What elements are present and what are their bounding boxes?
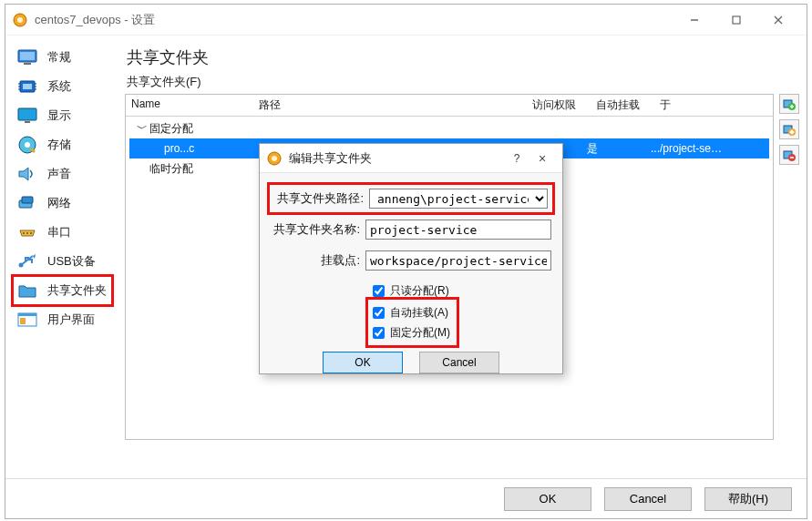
sidebar-item-display[interactable]: 显示	[13, 101, 112, 130]
sidebar-item-network[interactable]: 网络	[13, 189, 112, 218]
svg-marker-22	[19, 168, 28, 180]
sidebar-item-label: 声音	[47, 166, 71, 182]
fixed-label: 固定分配(M)	[390, 325, 450, 341]
add-share-button[interactable]	[779, 94, 799, 114]
name-input[interactable]	[365, 220, 551, 240]
window-title: centos7_devops - 设置	[35, 12, 673, 28]
sidebar-item-label: 网络	[47, 195, 71, 211]
sidebar-item-label: 显示	[47, 107, 71, 124]
chevron-down-icon: ﹀	[137, 121, 149, 137]
sidebar-item-label: 系统	[47, 78, 71, 95]
dialog-cancel-button[interactable]: Cancel	[419, 352, 499, 373]
sidebar-item-storage[interactable]: 存储	[13, 130, 112, 159]
group-label: 临时分配	[149, 161, 277, 177]
sidebar-item-label: 共享文件夹	[47, 282, 107, 299]
readonly-checkbox[interactable]	[373, 285, 385, 297]
table-header: Name 路径 访问权限 自动挂载 于	[126, 95, 773, 117]
network-icon	[16, 192, 38, 214]
display-icon	[16, 105, 38, 127]
title-bar: centos7_devops - 设置	[5, 5, 807, 36]
path-select[interactable]: anneng\project-service	[369, 189, 548, 209]
folder-icon	[16, 280, 38, 301]
cell-auto: 是	[587, 141, 651, 157]
dialog-help-button[interactable]: ?	[504, 152, 529, 165]
dialog-title-bar: 编辑共享文件夹 ? ×	[260, 144, 562, 173]
sidebar-item-usb[interactable]: USB设备	[13, 247, 112, 276]
svg-rect-24	[22, 197, 33, 203]
fixed-checkbox[interactable]	[373, 327, 385, 339]
sidebar-item-general[interactable]: 常规	[13, 43, 112, 72]
mount-label: 挂载点:	[271, 252, 365, 269]
sidebar-item-label: 存储	[47, 137, 71, 153]
name-label: 共享文件夹名称:	[271, 221, 365, 238]
svg-rect-7	[20, 52, 35, 60]
sidebar-item-shared-folders[interactable]: 共享文件夹	[13, 276, 112, 305]
dialog-close-button[interactable]: ×	[529, 151, 555, 166]
dialog-body: 共享文件夹路径: anneng\project-service 共享文件夹名称:…	[260, 173, 562, 379]
automount-checkbox-row[interactable]: 自动挂载(A)	[369, 302, 450, 322]
minimize-button[interactable]	[673, 7, 715, 33]
fixed-checkbox-row[interactable]: 固定分配(M)	[369, 322, 450, 342]
readonly-checkbox-row[interactable]: 只读分配(R)	[369, 281, 551, 301]
mount-input[interactable]	[365, 250, 551, 271]
automount-label: 自动挂载(A)	[390, 305, 448, 321]
app-icon	[13, 13, 27, 27]
serial-icon	[16, 221, 38, 243]
col-at[interactable]: 于	[654, 95, 773, 116]
col-name[interactable]: Name	[126, 95, 253, 116]
svg-rect-3	[733, 16, 740, 24]
svg-rect-8	[24, 63, 31, 65]
sidebar-item-label: USB设备	[47, 253, 96, 270]
settings-ok-button[interactable]: OK	[504, 487, 591, 511]
page-title: 共享文件夹	[127, 46, 801, 68]
sidebar-item-audio[interactable]: 声音	[13, 159, 112, 189]
settings-cancel-button[interactable]: Cancel	[604, 487, 692, 511]
svg-point-1	[17, 17, 23, 23]
sidebar: 常规 系统 显示 存储 声音 网络	[5, 36, 118, 478]
svg-rect-32	[18, 313, 36, 316]
readonly-label: 只读分配(R)	[390, 283, 449, 299]
ui-icon	[16, 309, 38, 331]
sidebar-item-ui[interactable]: 用户界面	[13, 305, 112, 334]
path-label: 共享文件夹路径:	[274, 190, 369, 207]
edit-share-button[interactable]	[779, 119, 799, 139]
group-fixed[interactable]: ﹀ 固定分配	[129, 118, 769, 138]
svg-point-26	[26, 232, 28, 234]
group-label: 固定分配	[149, 121, 277, 137]
sidebar-item-label: 用户界面	[47, 312, 95, 328]
col-access[interactable]: 访问权限	[527, 95, 591, 116]
monitor-icon	[16, 46, 38, 68]
speaker-icon	[16, 163, 38, 185]
svg-rect-10	[23, 84, 32, 89]
sidebar-item-serial[interactable]: 串口	[13, 218, 112, 247]
svg-point-20	[25, 142, 30, 148]
edit-share-dialog: 编辑共享文件夹 ? × 共享文件夹路径: anneng\project-serv…	[259, 143, 563, 374]
window-frame: centos7_devops - 设置 常规 系统 显示 存储	[5, 4, 807, 519]
svg-rect-18	[25, 121, 30, 123]
col-path[interactable]: 路径	[253, 95, 527, 116]
app-icon	[267, 151, 282, 166]
svg-rect-17	[18, 108, 36, 120]
sidebar-item-label: 常规	[47, 49, 71, 66]
dialog-ok-button[interactable]: OK	[323, 352, 403, 373]
remove-share-button[interactable]	[779, 145, 799, 165]
dialog-title: 编辑共享文件夹	[289, 150, 504, 167]
maximize-button[interactable]	[715, 7, 757, 33]
svg-rect-33	[20, 318, 26, 324]
sidebar-item-system[interactable]: 系统	[13, 72, 112, 101]
chip-icon	[16, 76, 38, 97]
dialog-footer: OK Cancel 帮助(H)	[5, 478, 807, 518]
cell-at: .../project-se…	[651, 142, 769, 155]
svg-point-25	[23, 232, 25, 234]
svg-point-27	[30, 232, 32, 234]
table-side-toolbar	[779, 94, 799, 165]
col-auto[interactable]: 自动挂载	[591, 95, 654, 116]
close-button[interactable]	[757, 7, 799, 33]
usb-icon	[16, 250, 38, 272]
section-caption: 共享文件夹(F)	[127, 74, 801, 90]
settings-help-button[interactable]: 帮助(H)	[704, 487, 792, 511]
sidebar-item-label: 串口	[47, 224, 71, 240]
svg-point-45	[272, 156, 277, 161]
svg-marker-30	[33, 254, 36, 259]
automount-checkbox[interactable]	[373, 307, 385, 319]
